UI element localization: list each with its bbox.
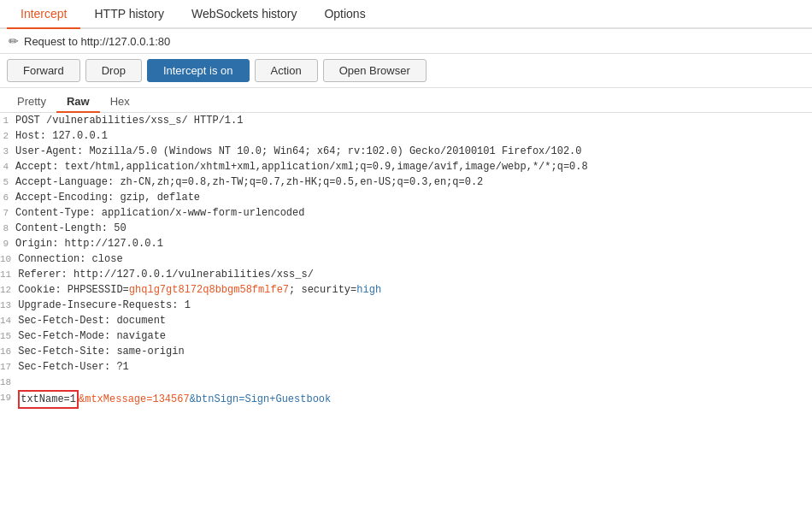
- line-number: 15: [0, 328, 18, 344]
- request-bar: ✏ Request to http://127.0.0.1:80: [0, 29, 812, 54]
- line-content: User-Agent: Mozilla/5.0 (Windows NT 10.0…: [15, 144, 812, 159]
- line-number: 16: [0, 344, 18, 359]
- line-content: Accept-Language: zh-CN,zh;q=0.8,zh-TW;q=…: [15, 174, 812, 190]
- line-content: POST /vulnerabilities/xss_s/ HTTP/1.1: [15, 113, 812, 128]
- table-row: 3User-Agent: Mozilla/5.0 (Windows NT 10.…: [0, 144, 812, 159]
- line-number: 9: [0, 236, 15, 251]
- line-content: txtName=1&mtxMessage=134567&btnSign=Sign…: [18, 390, 812, 409]
- line-content: Sec-Fetch-Mode: navigate: [18, 328, 812, 344]
- tab-options[interactable]: Options: [310, 0, 379, 29]
- line-number: 8: [0, 221, 15, 236]
- table-row: 15Sec-Fetch-Mode: navigate: [0, 328, 812, 344]
- table-row: 18: [0, 375, 812, 390]
- line-number: 5: [0, 174, 15, 190]
- table-row: 19txtName=1&mtxMessage=134567&btnSign=Si…: [0, 390, 812, 409]
- line-content: Accept: text/html,application/xhtml+xml,…: [15, 159, 812, 174]
- sub-tabs: Pretty Raw Hex: [0, 88, 812, 113]
- line-number: 3: [0, 144, 15, 159]
- content-area[interactable]: 1POST /vulnerabilities/xss_s/ HTTP/1.12H…: [0, 113, 812, 498]
- table-row: 1POST /vulnerabilities/xss_s/ HTTP/1.1: [0, 113, 812, 128]
- line-content: Referer: http://127.0.0.1/vulnerabilitie…: [18, 267, 812, 282]
- table-row: 2Host: 127.0.0.1: [0, 128, 812, 144]
- line-content: [18, 375, 812, 390]
- sub-tab-hex[interactable]: Hex: [100, 92, 140, 113]
- top-nav: Intercept HTTP history WebSockets histor…: [0, 0, 812, 29]
- line-number: 6: [0, 190, 15, 205]
- line-content: Sec-Fetch-Dest: document: [18, 313, 812, 328]
- open-browser-button[interactable]: Open Browser: [323, 59, 427, 82]
- line-number: 11: [0, 267, 18, 282]
- line-content: Content-Type: application/x-www-form-url…: [15, 205, 812, 221]
- line-content: Connection: close: [18, 251, 812, 267]
- request-url: Request to http://127.0.0.1:80: [24, 35, 170, 48]
- line-number: 18: [0, 375, 18, 390]
- toolbar: Forward Drop Intercept is on Action Open…: [0, 54, 812, 88]
- line-content: Accept-Encoding: gzip, deflate: [15, 190, 812, 205]
- edit-icon: ✏: [9, 34, 19, 48]
- table-row: 13Upgrade-Insecure-Requests: 1: [0, 298, 812, 313]
- table-row: 5Accept-Language: zh-CN,zh;q=0.8,zh-TW;q…: [0, 174, 812, 190]
- line-number: 2: [0, 128, 15, 144]
- table-row: 11Referer: http://127.0.0.1/vulnerabilit…: [0, 267, 812, 282]
- table-row: 8Content-Length: 50: [0, 221, 812, 236]
- line-number: 14: [0, 313, 18, 328]
- line-content: Cookie: PHPSESSID=ghqlg7gt8l72q8bbgm58fm…: [18, 282, 812, 298]
- table-row: 14Sec-Fetch-Dest: document: [0, 313, 812, 328]
- table-row: 7Content-Type: application/x-www-form-ur…: [0, 205, 812, 221]
- line-number: 10: [0, 251, 18, 267]
- line-number: 13: [0, 298, 18, 313]
- forward-button[interactable]: Forward: [7, 59, 80, 82]
- line-number: 1: [0, 113, 15, 128]
- tab-websockets-history[interactable]: WebSockets history: [178, 0, 310, 29]
- line-content: Upgrade-Insecure-Requests: 1: [18, 298, 812, 313]
- tab-http-history[interactable]: HTTP history: [80, 0, 177, 29]
- line-number: 7: [0, 205, 15, 221]
- tab-intercept[interactable]: Intercept: [7, 0, 80, 29]
- line-number: 17: [0, 359, 18, 375]
- line-content: Sec-Fetch-User: ?1: [18, 359, 812, 375]
- table-row: 4Accept: text/html,application/xhtml+xml…: [0, 159, 812, 174]
- line-number: 4: [0, 159, 15, 174]
- table-row: 17Sec-Fetch-User: ?1: [0, 359, 812, 375]
- line-number: 19: [0, 390, 18, 409]
- table-row: 12Cookie: PHPSESSID=ghqlg7gt8l72q8bbgm58…: [0, 282, 812, 298]
- line-content: Sec-Fetch-Site: same-origin: [18, 344, 812, 359]
- action-button[interactable]: Action: [255, 59, 318, 82]
- line-content: Content-Length: 50: [15, 221, 812, 236]
- line-number: 12: [0, 282, 18, 298]
- line-content: Host: 127.0.0.1: [15, 128, 812, 144]
- highlighted-text: txtName=1: [18, 390, 79, 409]
- intercept-button[interactable]: Intercept is on: [147, 59, 250, 82]
- table-row: 9Origin: http://127.0.0.1: [0, 236, 812, 251]
- sub-tab-raw[interactable]: Raw: [56, 92, 100, 113]
- drop-button[interactable]: Drop: [85, 59, 142, 82]
- table-row: 6Accept-Encoding: gzip, deflate: [0, 190, 812, 205]
- line-content: Origin: http://127.0.0.1: [15, 236, 812, 251]
- sub-tab-pretty[interactable]: Pretty: [7, 92, 56, 113]
- table-row: 10Connection: close: [0, 251, 812, 267]
- table-row: 16Sec-Fetch-Site: same-origin: [0, 344, 812, 359]
